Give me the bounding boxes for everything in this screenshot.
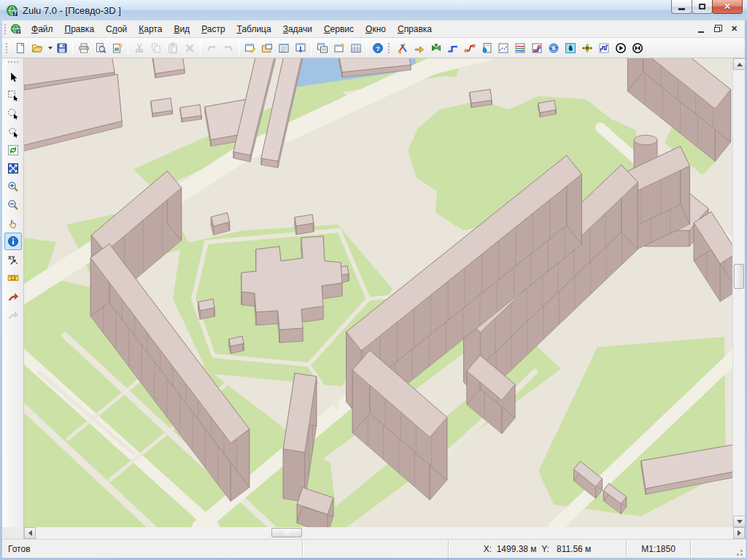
scroll-left-button[interactable] bbox=[24, 527, 36, 539]
export-image-button[interactable] bbox=[109, 39, 125, 56]
zoom-in-button[interactable] bbox=[4, 178, 22, 195]
goto-flag-button[interactable] bbox=[4, 287, 22, 305]
scroll-down-button[interactable] bbox=[733, 516, 746, 527]
menu-item-window[interactable]: Окно bbox=[360, 22, 392, 36]
valve-green-button[interactable] bbox=[427, 39, 444, 56]
vertical-scrollbar[interactable] bbox=[732, 58, 745, 527]
menu-item-map[interactable]: Карта bbox=[133, 22, 168, 36]
pan-hand-button[interactable] bbox=[4, 214, 22, 232]
menu-item-table[interactable]: Таблица bbox=[231, 22, 277, 36]
chart-multi-button[interactable] bbox=[511, 39, 528, 56]
convert-arrow-icon bbox=[414, 42, 425, 54]
measure-ruler-button[interactable]: 1.2 bbox=[4, 269, 22, 287]
pipeline-blue-button[interactable] bbox=[444, 39, 461, 56]
copy-button[interactable] bbox=[147, 39, 164, 56]
window-new-button[interactable] bbox=[330, 39, 347, 56]
piezometric-graph-button[interactable] bbox=[595, 39, 612, 56]
select-polygon-button[interactable] bbox=[4, 123, 22, 141]
window-copy-button[interactable] bbox=[314, 39, 330, 56]
svg-text:XY: XY bbox=[8, 255, 15, 260]
arrow-right-icon bbox=[738, 530, 741, 536]
pipe-junction-button[interactable] bbox=[578, 39, 595, 56]
menu-item-edit[interactable]: Правка bbox=[59, 22, 101, 36]
menu-item-help[interactable]: Справка bbox=[392, 22, 438, 36]
open-folder-dropdown-button[interactable] bbox=[45, 39, 53, 56]
scroll-up-button[interactable] bbox=[733, 58, 746, 70]
network-analysis-button[interactable] bbox=[545, 39, 562, 56]
goto-flag-disabled-button[interactable] bbox=[4, 306, 22, 323]
cursor-icon bbox=[7, 71, 19, 83]
scroll-right-button[interactable] bbox=[733, 527, 745, 539]
vertical-scroll-thumb[interactable] bbox=[734, 264, 744, 289]
document-drop-button[interactable] bbox=[478, 39, 495, 56]
svg-text:7: 7 bbox=[14, 11, 17, 16]
engineering-tools-button[interactable] bbox=[394, 39, 411, 56]
layer-folder-button[interactable] bbox=[258, 39, 275, 56]
menu-item-service[interactable]: Сервис bbox=[318, 22, 360, 36]
layer-list-button[interactable] bbox=[275, 39, 292, 56]
menu-item-tasks[interactable]: Задачи bbox=[277, 22, 318, 36]
cut-button[interactable] bbox=[131, 39, 147, 56]
resize-grip[interactable] bbox=[734, 547, 743, 556]
print-preview-button[interactable] bbox=[92, 39, 109, 56]
zoom-out-button[interactable] bbox=[4, 196, 22, 214]
select-circle-button[interactable] bbox=[4, 105, 22, 122]
layer-import-button[interactable] bbox=[292, 39, 309, 56]
toolbar-separator bbox=[72, 41, 73, 55]
open-folder-icon bbox=[31, 42, 43, 54]
vertical-scroll-track[interactable] bbox=[733, 70, 745, 516]
help-button[interactable]: ? bbox=[369, 39, 386, 56]
valve-circle-button[interactable] bbox=[629, 39, 646, 56]
toolbar-corner bbox=[2, 527, 24, 539]
menu-item-view[interactable]: Вид bbox=[168, 22, 196, 36]
delete-button[interactable] bbox=[181, 39, 198, 56]
menu-item-layer[interactable]: Слой bbox=[100, 22, 133, 36]
menu-item-raster[interactable]: Растр bbox=[196, 22, 231, 36]
print-button[interactable] bbox=[75, 39, 92, 56]
menubar-grip[interactable] bbox=[4, 23, 7, 35]
window-table-button[interactable] bbox=[347, 39, 364, 56]
left-toolbar-grip[interactable] bbox=[7, 61, 19, 64]
chart-redblue-icon bbox=[531, 42, 543, 54]
main-toolbar: ? bbox=[2, 38, 745, 58]
select-rectangle-button[interactable] bbox=[4, 87, 22, 104]
layer-properties-button[interactable] bbox=[241, 39, 258, 56]
start-calculation-button[interactable] bbox=[612, 39, 629, 56]
maximize-button[interactable] bbox=[692, 0, 713, 14]
redo-icon bbox=[222, 42, 234, 54]
minimize-button[interactable] bbox=[671, 0, 692, 14]
paste-button[interactable] bbox=[164, 39, 181, 56]
redo-button[interactable] bbox=[220, 39, 236, 56]
chart-dashed-icon bbox=[498, 42, 509, 54]
mdi-window-controls: ✕ bbox=[693, 23, 742, 35]
zoom-extent-button[interactable] bbox=[4, 160, 22, 177]
horizontal-scroll-track[interactable] bbox=[36, 527, 733, 539]
mdi-minimize-button[interactable] bbox=[693, 23, 708, 35]
mdi-close-button[interactable]: ✕ bbox=[727, 23, 742, 35]
new-document-button[interactable] bbox=[12, 39, 28, 56]
window-title: Zulu 7.0 - [Псевдо-3D ] bbox=[23, 5, 121, 16]
object-info-button[interactable] bbox=[4, 233, 22, 250]
chart-redblue-button[interactable] bbox=[528, 39, 545, 56]
status-ready: Готов bbox=[2, 540, 303, 558]
toolbar-grip[interactable] bbox=[387, 42, 391, 54]
convert-arrow-button[interactable] bbox=[411, 39, 427, 56]
toolbar-grip[interactable] bbox=[5, 42, 9, 54]
document-window-icon[interactable]: 7 bbox=[10, 23, 21, 34]
horizontal-scrollbar[interactable] bbox=[24, 527, 745, 539]
undo-button[interactable] bbox=[203, 39, 220, 56]
save-button[interactable] bbox=[53, 39, 70, 56]
menu-item-file[interactable]: Файл bbox=[26, 22, 59, 36]
xy-coordinates-button[interactable]: XY bbox=[4, 251, 22, 268]
chart-dashed-button[interactable] bbox=[495, 39, 511, 56]
map-viewport[interactable] bbox=[24, 58, 732, 527]
water-supply-button[interactable] bbox=[562, 39, 578, 56]
open-folder-button[interactable] bbox=[28, 39, 45, 56]
pipeline-red-button[interactable] bbox=[461, 39, 478, 56]
cursor-button[interactable] bbox=[4, 69, 22, 86]
horizontal-scroll-thumb[interactable] bbox=[271, 528, 302, 537]
mdi-restore-button[interactable] bbox=[710, 23, 725, 35]
refresh-map-button[interactable] bbox=[4, 141, 22, 159]
pseudo-3d-map[interactable] bbox=[24, 58, 732, 527]
close-button[interactable]: ✕ bbox=[712, 0, 743, 14]
